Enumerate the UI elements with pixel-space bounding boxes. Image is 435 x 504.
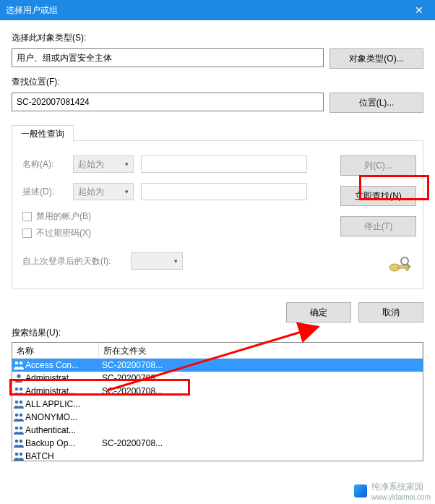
group-icon <box>12 437 25 449</box>
list-item[interactable]: Administrat...SC-20200708... <box>12 385 423 398</box>
svg-rect-2 <box>406 268 408 270</box>
watermark: 纯净系统家园 www.yidaimei.com <box>354 481 431 501</box>
chevron-down-icon: ▾ <box>125 161 129 168</box>
cancel-button[interactable]: 取消 <box>358 302 423 323</box>
object-type-field[interactable]: 用户、组或内置安全主体 <box>12 48 324 67</box>
svg-point-8 <box>15 388 19 391</box>
never-expire-label: 不过期密码(X) <box>36 227 91 239</box>
svg-point-11 <box>20 401 23 404</box>
days-since-logon-combo[interactable]: ▾ <box>131 252 183 270</box>
watermark-logo-icon <box>354 484 367 497</box>
object-type-value: 用户、组或内置安全主体 <box>17 52 112 64</box>
svg-point-15 <box>20 427 23 430</box>
column-folder[interactable]: 所在文件夹 <box>99 343 423 358</box>
result-name: Administrat... <box>25 386 99 396</box>
dialog-body: 选择此对象类型(S): 用户、组或内置安全主体 对象类型(O)... 查找位置(… <box>0 20 435 467</box>
chevron-down-icon: ▾ <box>125 188 129 195</box>
list-item[interactable]: Backup Op...SC-20200708... <box>12 437 423 450</box>
object-types-button[interactable]: 对象类型(O)... <box>330 48 423 69</box>
disabled-accounts-checkbox[interactable]: 禁用的帐户(B) <box>22 210 327 223</box>
list-item[interactable]: Authenticat... <box>12 424 423 437</box>
group-icon <box>12 411 25 423</box>
svg-point-12 <box>15 414 19 417</box>
close-button[interactable]: ✕ <box>403 0 435 20</box>
svg-point-17 <box>20 440 23 443</box>
result-folder: SC-20200708... <box>99 360 423 370</box>
description-label: 描述(D): <box>22 186 66 198</box>
titlebar: 选择用户或组 ✕ <box>0 0 435 20</box>
name-input[interactable] <box>141 155 307 173</box>
list-item[interactable]: Access Con...SC-20200708... <box>12 359 423 372</box>
result-folder: SC-20200708... <box>99 373 423 383</box>
svg-point-18 <box>15 453 19 456</box>
group-icon <box>12 398 25 410</box>
chevron-down-icon: ▾ <box>174 257 178 265</box>
location-value: SC-202007081424 <box>17 97 90 107</box>
days-since-logon-label: 自上次登录后的天数(I): <box>22 255 124 268</box>
disabled-accounts-label: 禁用的帐户(B) <box>36 210 91 223</box>
checkbox-box-icon <box>22 228 32 238</box>
name-combo-value: 起始为 <box>78 158 104 171</box>
close-icon: ✕ <box>415 4 423 16</box>
result-name: Authenticat... <box>25 425 99 435</box>
description-match-combo[interactable]: 起始为 ▾ <box>73 183 134 200</box>
checkbox-box-icon <box>22 212 32 221</box>
watermark-url: www.yidaimei.com <box>371 493 431 501</box>
result-folder: SC-20200708... <box>99 386 423 396</box>
results-header: 名称 所在文件夹 <box>12 343 423 359</box>
never-expire-checkbox[interactable]: 不过期密码(X) <box>22 227 327 239</box>
svg-point-7 <box>17 375 20 378</box>
result-name: Administrat... <box>25 373 99 383</box>
result-name: ANONYMO... <box>25 412 99 422</box>
stop-button[interactable]: 停止(T) <box>340 216 416 236</box>
list-item[interactable]: ALL APPLIC... <box>12 398 423 411</box>
svg-point-14 <box>15 427 19 430</box>
result-name: BATCH <box>25 451 99 461</box>
ok-button[interactable]: 确定 <box>286 302 351 323</box>
group-icon <box>12 385 25 397</box>
window-title: 选择用户或组 <box>6 4 58 17</box>
search-key-icon <box>387 257 413 274</box>
location-field[interactable]: SC-202007081424 <box>12 93 324 111</box>
list-item[interactable]: Administrat...SC-20200708... <box>12 372 423 385</box>
result-name: Access Con... <box>25 360 99 370</box>
result-folder: SC-20200708... <box>99 438 423 448</box>
svg-point-19 <box>20 453 23 456</box>
columns-button[interactable]: 列(C)... <box>340 155 416 176</box>
list-item[interactable]: BATCH <box>12 450 423 461</box>
group-icon <box>12 450 25 461</box>
group-icon <box>12 424 25 436</box>
results-list[interactable]: 名称 所在文件夹 Access Con...SC-20200708...Admi… <box>12 342 423 461</box>
desc-combo-value: 起始为 <box>78 186 104 198</box>
name-match-combo[interactable]: 起始为 ▾ <box>73 155 134 173</box>
svg-point-6 <box>20 362 23 365</box>
svg-point-10 <box>15 401 19 404</box>
column-name[interactable]: 名称 <box>12 343 99 358</box>
tab-common-queries[interactable]: 一般性查询 <box>12 125 74 142</box>
object-type-label: 选择此对象类型(S): <box>12 32 423 44</box>
watermark-brand: 纯净系统家园 <box>371 481 431 493</box>
svg-point-13 <box>20 414 23 417</box>
svg-point-9 <box>20 388 23 391</box>
result-name: ALL APPLIC... <box>25 399 99 409</box>
svg-point-3 <box>401 257 408 265</box>
description-input[interactable] <box>141 183 307 200</box>
find-now-button[interactable]: 立即查找(N) <box>340 186 416 206</box>
result-name: Backup Op... <box>25 438 99 448</box>
list-item[interactable]: ANONYMO... <box>12 411 423 424</box>
search-results-label: 搜索结果(U): <box>12 327 423 339</box>
user-icon <box>12 372 25 384</box>
locations-button[interactable]: 位置(L)... <box>330 93 423 113</box>
name-label: 名称(A): <box>22 158 66 171</box>
svg-point-5 <box>15 362 19 365</box>
group-icon <box>12 359 25 371</box>
criteria-frame: 一般性查询 名称(A): 起始为 ▾ 描述(D): 起始为 ▾ <box>12 140 423 289</box>
location-label: 查找位置(F): <box>12 76 423 88</box>
svg-point-16 <box>15 440 19 443</box>
